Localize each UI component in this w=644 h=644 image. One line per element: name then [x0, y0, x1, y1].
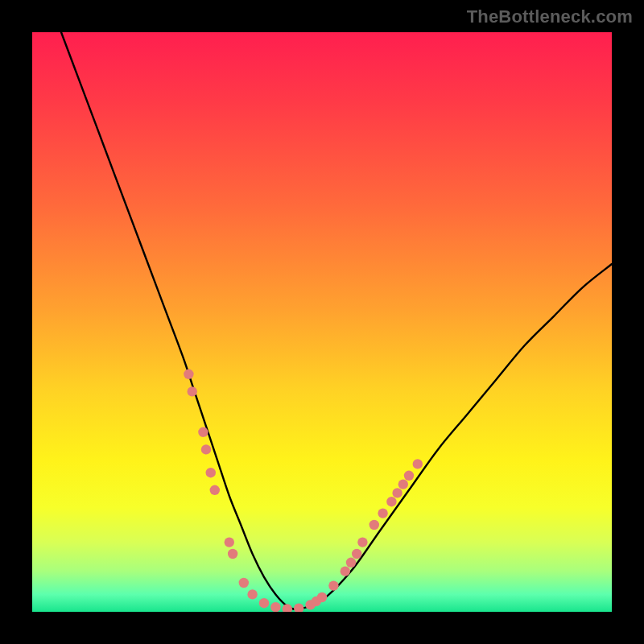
marker-dot [346, 558, 356, 568]
marker-dot [357, 537, 367, 547]
watermark-text: TheBottleneck.com [467, 6, 633, 27]
marker-dot [413, 459, 423, 469]
bottleneck-curve [61, 32, 612, 609]
marker-dot [398, 479, 408, 489]
marker-dot [228, 549, 237, 559]
marker-dot [328, 580, 338, 590]
marker-dot [247, 589, 257, 599]
marker-dot [369, 520, 379, 530]
marker-dot [188, 386, 197, 396]
marker-dot [352, 549, 361, 559]
marker-dot [259, 598, 269, 608]
marker-dot [294, 603, 303, 612]
curve-markers [184, 369, 423, 612]
marker-dot [283, 604, 292, 612]
marker-dot [317, 592, 327, 602]
marker-dot [201, 444, 211, 454]
marker-dot [239, 578, 249, 588]
marker-dot [198, 427, 208, 437]
marker-dot [184, 369, 193, 379]
marker-dot [386, 497, 396, 506]
marker-dot [210, 485, 220, 495]
marker-dot [206, 468, 216, 477]
marker-dot [270, 602, 280, 612]
marker-dot [404, 471, 414, 481]
chart-svg [32, 32, 612, 612]
plot-area [32, 32, 612, 612]
marker-dot [378, 508, 387, 518]
marker-dot [392, 488, 402, 497]
chart-frame: TheBottleneck.com [0, 0, 644, 644]
marker-dot [225, 537, 234, 547]
marker-dot [341, 566, 350, 576]
